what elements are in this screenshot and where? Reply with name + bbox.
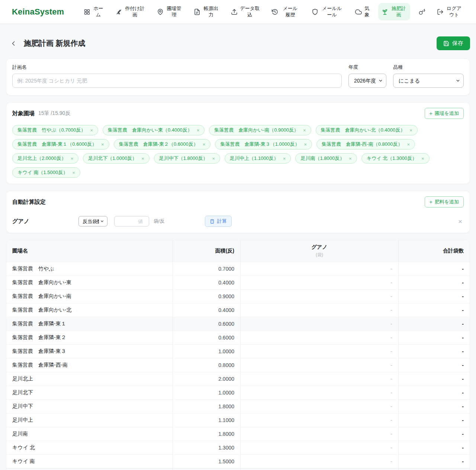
plan-name-group: 計画名 bbox=[12, 64, 342, 88]
add-fertilizer-button[interactable]: + 肥料を追加 bbox=[425, 196, 464, 207]
nav-item-logout[interactable]: ログアウト bbox=[434, 3, 466, 21]
nav-item-field-management[interactable]: 圃場管理 bbox=[154, 3, 186, 21]
year-group: 年度 2026年度 bbox=[348, 64, 386, 88]
save-button-label: 保存 bbox=[452, 40, 463, 47]
remove-tag-icon[interactable]: × bbox=[141, 156, 144, 161]
table-row: 足川北下 1.0000 - - bbox=[6, 386, 470, 399]
seedling-icon bbox=[382, 9, 388, 15]
column-header-guano-unit: (袋) bbox=[316, 252, 323, 258]
year-select[interactable]: 2026年度 bbox=[348, 74, 386, 88]
save-button[interactable]: 保存 bbox=[437, 36, 470, 50]
total-bags: - bbox=[398, 469, 470, 470]
brand-logo[interactable]: KeinaSystem bbox=[12, 7, 64, 17]
remove-tag-icon[interactable]: × bbox=[71, 156, 74, 161]
variety-select[interactable]: にこまる bbox=[393, 74, 464, 88]
remove-tag-icon[interactable]: × bbox=[212, 156, 215, 161]
history-icon bbox=[271, 9, 278, 15]
calc-mode-select[interactable]: 反当袋数 bbox=[78, 216, 107, 226]
calculator-icon bbox=[210, 219, 215, 224]
table-row: 足川南 1.8000 - - bbox=[6, 427, 470, 441]
page-title: 施肥計画 新規作成 bbox=[24, 38, 86, 48]
remove-tag-icon[interactable]: × bbox=[90, 128, 93, 133]
cloud-icon bbox=[355, 9, 362, 15]
table-row: キウイ 北 1.3000 - - bbox=[6, 441, 470, 454]
fields-table: 圃場名 面積(反) グアノ (袋) 合計袋数 集落営農 竹やぶ 0.7000 -… bbox=[6, 240, 470, 470]
calculate-button-label: 計算 bbox=[217, 218, 227, 225]
nav-item-home[interactable]: ホーム bbox=[80, 3, 107, 21]
remove-tag-icon[interactable]: × bbox=[203, 142, 206, 147]
field-tag: 足川中上（1.1000反） × bbox=[225, 153, 291, 164]
table-row: 集落営農 倉庫向かい-南 0.9000 - - bbox=[6, 289, 470, 303]
field-tag: 集落営農 倉庫隣-東２（0.6000反） × bbox=[114, 139, 211, 149]
field-tag: 集落営農 倉庫隣-東３（1.0000反） × bbox=[215, 139, 312, 149]
field-tag: 足川北下（1.0000反） × bbox=[83, 153, 149, 164]
table-body: 集落営農 竹やぶ 0.7000 - - 集落営農 倉庫向かい-東 0.4000 … bbox=[6, 262, 470, 468]
table-header-row: 圃場名 面積(反) グアノ (袋) 合計袋数 bbox=[6, 240, 470, 262]
fertilizer-name: グアノ bbox=[12, 218, 78, 225]
column-header-total-bags: 合計袋数 bbox=[398, 240, 470, 262]
add-field-button[interactable]: + 圃場を追加 bbox=[425, 108, 464, 119]
plus-icon: + bbox=[430, 111, 432, 116]
nav-item-weather[interactable]: 気象 bbox=[352, 3, 373, 21]
table-row: 足川北上 2.0000 - - bbox=[6, 372, 470, 386]
field-tag: 集落営農 倉庫隣-東１（0.6000反） × bbox=[12, 139, 109, 149]
field-tag: 集落営農 竹やぶ（0.7000反） × bbox=[12, 125, 98, 135]
table-row: 集落営農 倉庫隣-東１ 0.6000 - - bbox=[6, 317, 470, 331]
calculate-button[interactable]: 計算 bbox=[205, 216, 232, 227]
nav-item-planting-plan[interactable]: 作付け計画 bbox=[112, 3, 149, 21]
auto-calc-card: 自動計算設定 + 肥料を追加 グアノ 反当袋数 袋/反 計算 × bbox=[6, 191, 470, 233]
nav-item-data-import[interactable]: データ取込 bbox=[228, 3, 263, 21]
variety-label: 品種 bbox=[393, 64, 464, 71]
field-tag: 集落営農 倉庫向かい-南（0.9000反） × bbox=[209, 125, 311, 135]
calc-value-input[interactable] bbox=[114, 216, 149, 226]
table-row: 集落営農 倉庫隣-西-南 0.8000 - - bbox=[6, 358, 470, 372]
remove-tag-icon[interactable]: × bbox=[304, 142, 307, 147]
year-select-wrap: 2026年度 bbox=[348, 74, 386, 88]
nav-item-fertilization-plan[interactable]: 施肥計画 bbox=[378, 3, 410, 21]
target-fields-card: 対象圃場 15筆 /15.90反 + 圃場を追加 集落営農 竹やぶ（0.7000… bbox=[6, 102, 470, 184]
remove-tag-icon[interactable]: × bbox=[407, 142, 410, 147]
field-tag: 足川北上（2.0000反） × bbox=[12, 153, 78, 164]
remove-tag-icon[interactable]: × bbox=[101, 142, 104, 147]
field-tag: 集落営農 倉庫隣-西-南（0.8000反） × bbox=[316, 139, 415, 149]
nav-item-mail-history[interactable]: メール履歴 bbox=[268, 3, 303, 21]
column-header-field-name: 圃場名 bbox=[6, 245, 173, 257]
plan-name-label: 計画名 bbox=[12, 64, 342, 71]
remove-tag-icon[interactable]: × bbox=[409, 128, 412, 133]
table-row: 集落営農 倉庫向かい-東 0.4000 - - bbox=[6, 276, 470, 289]
field-tags: 集落営農 竹やぶ（0.7000反） × 集落営農 倉庫向かい-東（0.4000反… bbox=[12, 125, 464, 178]
nav-item-key[interactable] bbox=[415, 6, 429, 18]
plus-icon: + bbox=[430, 199, 432, 205]
column-header-guano: グアノ (袋) bbox=[240, 240, 398, 262]
home-icon bbox=[84, 9, 90, 15]
add-field-button-label: 圃場を追加 bbox=[435, 110, 459, 117]
year-label: 年度 bbox=[348, 64, 386, 71]
nav-item-report-output[interactable]: 帳票出力 bbox=[190, 3, 222, 21]
map-pin-icon bbox=[157, 9, 164, 15]
remove-tag-icon[interactable]: × bbox=[303, 128, 306, 133]
shield-icon bbox=[312, 9, 318, 15]
target-fields-summary: 15筆 /15.90反 bbox=[38, 110, 70, 117]
column-header-area: 面積(反) bbox=[173, 240, 240, 262]
field-tag: 集落営農 倉庫向かい-北（0.4000反） × bbox=[316, 125, 418, 135]
remove-tag-icon[interactable]: × bbox=[72, 170, 75, 175]
plan-name-input[interactable] bbox=[12, 74, 342, 88]
variety-group: 品種 にこまる bbox=[393, 64, 464, 88]
nav-item-mail-rules[interactable]: メールルール bbox=[308, 3, 347, 21]
calc-mode-select-wrap: 反当袋数 bbox=[78, 216, 107, 226]
nav-menu: ホーム 作付け計画 圃場管理 帳票出力 データ取込 メール履歴 メールルール 気… bbox=[80, 3, 466, 21]
remove-tag-icon[interactable]: × bbox=[197, 128, 200, 133]
remove-tag-icon[interactable]: × bbox=[421, 156, 424, 161]
remove-tag-icon[interactable]: × bbox=[283, 156, 286, 161]
table-row: 足川中下 1.8000 - - bbox=[6, 399, 470, 413]
back-button[interactable] bbox=[9, 39, 18, 48]
target-fields-header: 対象圃場 15筆 /15.90反 + 圃場を追加 bbox=[12, 108, 464, 119]
field-tag: 足川南（1.8000反） × bbox=[295, 153, 357, 164]
plan-form-card: 計画名 年度 2026年度 品種 にこまる bbox=[6, 58, 470, 96]
column-header-guano-label: グアノ bbox=[312, 244, 328, 251]
remove-tag-icon[interactable]: × bbox=[349, 156, 352, 161]
field-tag: キウイ 南（1.5000反） × bbox=[12, 167, 80, 178]
remove-fertilizer-button[interactable]: × bbox=[457, 218, 464, 225]
variety-select-wrap: にこまる bbox=[393, 74, 464, 88]
add-fertilizer-button-label: 肥料を追加 bbox=[435, 199, 459, 205]
